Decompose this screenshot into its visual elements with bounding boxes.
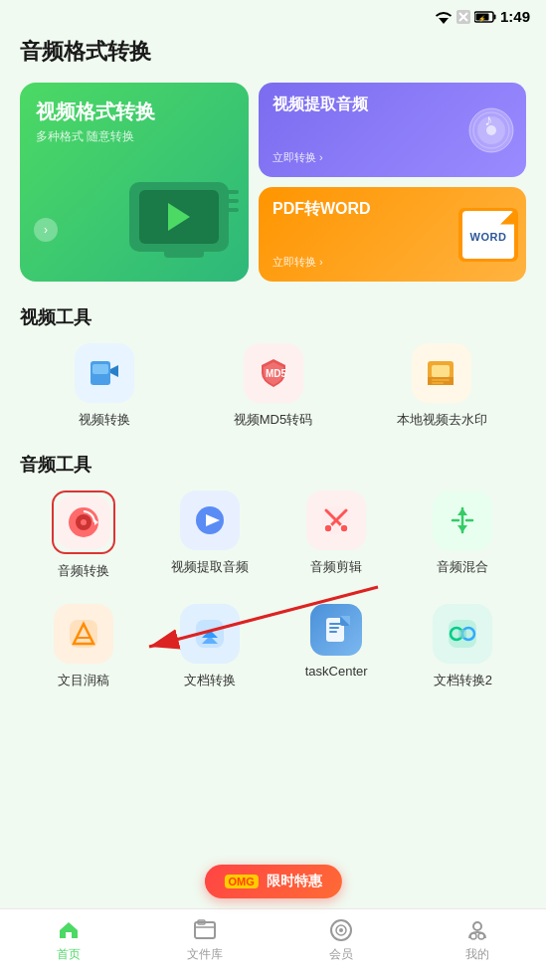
audio-mix-icon <box>433 490 492 550</box>
watermark-label: 本地视频去水印 <box>397 411 487 429</box>
tool-audio-convert[interactable]: 音频转换 <box>20 490 146 580</box>
svg-text:♪: ♪ <box>484 111 492 128</box>
svg-rect-21 <box>432 379 450 381</box>
audio-convert-label: 音频转换 <box>58 562 109 580</box>
video-convert-icon <box>75 343 134 403</box>
svg-text:MD5: MD5 <box>266 368 287 379</box>
play-icon <box>168 203 190 231</box>
tool-video-convert[interactable]: 视频转换 <box>20 343 189 429</box>
status-icons: ⚡ 1:49 <box>435 8 530 25</box>
video-tools-grid: 视频转换 MD5 视频MD5转码 <box>20 343 526 429</box>
audio-cut-icon <box>306 490 366 550</box>
svg-rect-22 <box>432 382 444 384</box>
status-bar: ⚡ 1:49 <box>0 0 546 33</box>
tool-audio-mix[interactable]: 音频混合 <box>400 490 526 580</box>
banner-video-extract-audio[interactable]: 视频提取音频 立即转换 › ♪ <box>259 83 526 177</box>
watermark-icon <box>412 343 471 403</box>
banner-left-subtitle: 多种格式 随意转换 <box>36 128 233 145</box>
omg-badge: OMG <box>224 875 258 888</box>
nav-membership-label: 会员 <box>329 946 353 963</box>
audio-convert-highlight <box>52 490 115 554</box>
tool-task-center[interactable]: taskCenter <box>273 604 400 689</box>
video-extract-audio-icon <box>180 490 240 550</box>
wenmu-label: 文目润稿 <box>58 672 109 689</box>
banner-left-arrow: › <box>34 218 58 242</box>
video-extract-audio-label: 视频提取音频 <box>171 558 249 576</box>
svg-point-33 <box>340 524 348 532</box>
video-convert-label: 视频转换 <box>79 411 130 429</box>
tool-video-extract-audio[interactable]: 视频提取音频 <box>146 490 273 580</box>
limited-offer-text: 限时特惠 <box>267 873 322 888</box>
music-disc-icon: ♪ <box>466 105 516 155</box>
audio-tools-grid: 音频转换 视频提取音频 音频剪辑 <box>20 490 526 580</box>
nav-files[interactable]: 文件库 <box>136 918 273 963</box>
banner-pdf-to-word[interactable]: PDF转WORD 立即转换 › WORD <box>259 187 526 282</box>
tool-audio-cut[interactable]: 音频剪辑 <box>273 490 400 580</box>
nav-files-label: 文件库 <box>187 946 223 963</box>
page-title: 音频格式转换 <box>20 33 526 67</box>
nav-my-label: 我的 <box>465 946 489 963</box>
video-section-title: 视频工具 <box>20 305 526 329</box>
svg-point-64 <box>473 922 481 930</box>
tool-watermark-remove[interactable]: 本地视频去水印 <box>357 343 526 429</box>
svg-rect-48 <box>329 627 339 629</box>
svg-marker-16 <box>110 365 118 377</box>
wenmu-icon <box>54 604 113 664</box>
wendang2-label: 文档转换2 <box>434 672 492 689</box>
audio-cut-label: 音频剪辑 <box>310 558 362 576</box>
battery-icon: ⚡ <box>474 11 496 23</box>
tv-illustration <box>129 182 239 272</box>
nav-home[interactable]: 首页 <box>0 918 136 963</box>
svg-marker-0 <box>439 18 449 24</box>
files-icon <box>193 918 217 942</box>
membership-icon <box>329 918 353 942</box>
svg-rect-5 <box>493 14 495 19</box>
my-icon <box>465 918 489 942</box>
banner-video-convert[interactable]: 视频格式转换 多种格式 随意转换 › <box>20 83 249 282</box>
svg-point-66 <box>478 933 484 939</box>
svg-point-65 <box>470 933 476 939</box>
task-center-icon <box>310 604 362 656</box>
home-icon <box>57 918 81 942</box>
svg-rect-19 <box>432 365 450 377</box>
svg-point-63 <box>339 928 343 932</box>
banner-left-title: 视频格式转换 <box>36 98 233 124</box>
svg-rect-55 <box>458 630 466 638</box>
svg-rect-49 <box>329 631 337 633</box>
svg-text:⚡: ⚡ <box>478 15 486 23</box>
wendang-label: 文档转换 <box>184 672 236 689</box>
tool-wendang[interactable]: 文档转换 <box>146 604 273 689</box>
audio-convert-icon <box>57 495 110 549</box>
audio-mix-label: 音频混合 <box>437 558 488 576</box>
tool-wendang2[interactable]: 文档转换2 <box>400 604 526 689</box>
svg-point-25 <box>81 519 87 525</box>
audio-tools-grid-2: 文目润稿 文档转换 <box>20 604 526 689</box>
task-center-label: taskCenter <box>305 664 368 679</box>
tool-video-md5[interactable]: MD5 视频MD5转码 <box>189 343 358 429</box>
svg-rect-47 <box>329 623 341 625</box>
status-time: 1:49 <box>500 8 530 25</box>
audio-section-title: 音频工具 <box>20 453 526 477</box>
nav-home-label: 首页 <box>57 946 81 963</box>
banner-right-column: 视频提取音频 立即转换 › ♪ <box>259 83 526 282</box>
limited-offer-banner[interactable]: OMG 限时特惠 <box>204 865 341 898</box>
wendang2-icon <box>433 604 492 664</box>
svg-rect-15 <box>92 364 108 374</box>
tool-wenmu[interactable]: 文目润稿 <box>20 604 146 689</box>
video-md5-label: 视频MD5转码 <box>234 411 312 429</box>
wendang-icon <box>180 604 240 664</box>
signal-icon <box>456 10 470 24</box>
word-label: WORD <box>470 231 507 243</box>
wifi-icon <box>435 10 453 24</box>
banner-area: 视频格式转换 多种格式 随意转换 › <box>20 83 526 282</box>
nav-membership[interactable]: 会员 <box>273 918 410 963</box>
video-md5-icon: MD5 <box>244 343 303 403</box>
bottom-nav: 首页 文件库 会员 我的 <box>0 908 546 980</box>
word-icon: WORD <box>458 208 518 262</box>
nav-my[interactable]: 我的 <box>410 918 546 963</box>
main-content: 音频格式转换 视频格式转换 多种格式 随意转换 › <box>0 33 546 689</box>
svg-point-32 <box>324 524 332 532</box>
